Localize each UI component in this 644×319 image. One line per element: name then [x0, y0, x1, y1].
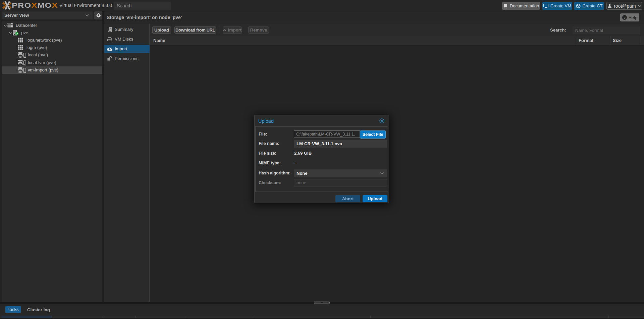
- svg-text:?: ?: [624, 16, 626, 19]
